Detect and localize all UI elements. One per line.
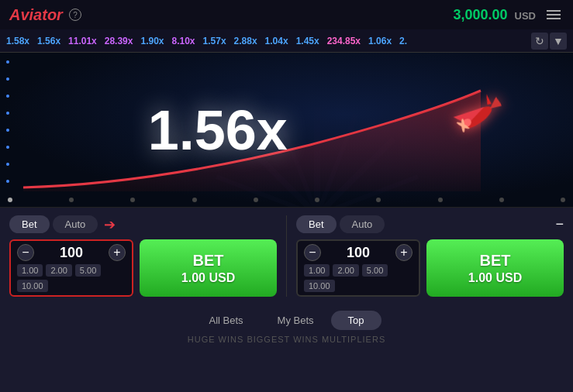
ticker-item: 234.85x — [327, 36, 361, 46]
auto-tab-left[interactable]: Auto — [53, 215, 98, 233]
arrow-indicator: ➔ — [104, 216, 116, 233]
bet-input-row-left: − 100 + 1.00 2.00 5.00 10.00 BET 1.00 US… — [9, 239, 277, 297]
multiplier-display: 1.56x — [148, 98, 288, 162]
ticker-item: 1.58x — [6, 36, 29, 46]
bottom-tabs: All Bets My Bets Top — [0, 304, 573, 333]
bet-divider — [286, 215, 287, 297]
bet-tab-right[interactable]: Bet — [296, 215, 337, 233]
quick-3-left[interactable]: 5.00 — [75, 264, 101, 277]
header-left: Aviator ? — [9, 6, 81, 24]
quick-1-left[interactable]: 1.00 — [17, 264, 43, 277]
bet-tabs-left: Bet Auto ➔ — [9, 215, 277, 233]
ticker-item: 2.88x — [234, 36, 257, 46]
quick-3-right[interactable]: 5.00 — [362, 264, 388, 277]
ticker-controls: ↻ ▼ — [531, 33, 567, 50]
quick-2-left[interactable]: 2.00 — [46, 264, 71, 277]
slide-dot — [192, 198, 197, 202]
header-right: 3,000.00 USD — [453, 7, 564, 23]
bet-label-right: BET — [480, 250, 511, 270]
slide-dot — [376, 198, 381, 202]
amount-controls-right: − 100 + — [304, 244, 412, 261]
ticker-item: 11.01x — [68, 36, 97, 46]
auto-tab-right[interactable]: Auto — [340, 215, 385, 233]
increase-button-right[interactable]: + — [395, 244, 412, 261]
bet-input-row-right: − 100 + 1.00 2.00 5.00 10.00 BET 1.00 US… — [296, 239, 564, 297]
menu-button[interactable] — [544, 7, 564, 22]
slide-dot — [69, 198, 74, 202]
bet-tab-left[interactable]: Bet — [9, 215, 50, 233]
bet-label-left: BET — [193, 250, 224, 270]
grid-dot — [6, 60, 9, 64]
currency-label: USD — [515, 10, 536, 22]
slide-dot — [130, 198, 135, 202]
svg-marker-11 — [482, 94, 493, 105]
quick-1-right[interactable]: 1.00 — [304, 264, 330, 277]
amount-value-left: 100 — [60, 245, 83, 261]
bet-button-right[interactable]: BET 1.00 USD — [426, 239, 564, 297]
amount-value-right: 100 — [347, 245, 370, 261]
ticker-item: 1.06x — [368, 36, 392, 46]
balance-display: 3,000.00 USD — [453, 7, 536, 23]
top-tab[interactable]: Top — [331, 311, 381, 330]
quick-2-right[interactable]: 2.00 — [333, 264, 358, 277]
decrease-button-right[interactable]: − — [304, 244, 321, 261]
slide-dot — [254, 198, 258, 202]
bet-panel-left: Bet Auto ➔ − 100 + 1.00 2.00 5.00 10.00 … — [9, 215, 277, 297]
history-toggle-button[interactable]: ▼ — [550, 33, 567, 50]
slide-dot — [8, 198, 12, 202]
bet-amount-box-right: − 100 + 1.00 2.00 5.00 10.00 — [296, 239, 420, 297]
bottom-marquee: HUGE WINS BIGGEST WINS MULTIPLIERS — [0, 333, 573, 346]
bet-amount-label-right: 1.00 USD — [468, 270, 522, 287]
history-back-button[interactable]: ↻ — [531, 33, 548, 50]
ticker-item: 2. — [399, 36, 407, 46]
ticker-item: 1.90x — [140, 36, 164, 46]
quick-4-left[interactable]: 10.00 — [17, 280, 48, 292]
my-bets-tab[interactable]: My Bets — [261, 311, 331, 330]
slide-dot — [499, 198, 504, 202]
ticker-item: 1.57x — [203, 36, 226, 46]
balance-value: 3,000.00 — [453, 7, 507, 22]
bet-amount-box-left: − 100 + 1.00 2.00 5.00 10.00 — [9, 239, 133, 297]
slide-indicators — [8, 198, 565, 202]
slide-dot — [438, 198, 443, 202]
logo: Aviator — [9, 6, 63, 24]
amount-controls-left: − 100 + — [17, 244, 126, 261]
ticker-item: 1.45x — [296, 36, 319, 46]
decrease-button-left[interactable]: − — [17, 244, 34, 261]
bet-tabs-right: Bet Auto − — [296, 215, 564, 233]
header: Aviator ? 3,000.00 USD — [0, 0, 573, 29]
bet-button-left[interactable]: BET 1.00 USD — [140, 239, 277, 297]
bet-panel-right: Bet Auto − − 100 + 1.00 2.00 5.00 10.00 … — [296, 215, 564, 297]
minimize-button-right[interactable]: − — [555, 216, 564, 232]
quick-4-right[interactable]: 10.00 — [304, 280, 335, 292]
ticker-item: 1.56x — [37, 36, 60, 46]
quick-amounts-left: 1.00 2.00 5.00 10.00 — [17, 264, 126, 292]
all-bets-tab[interactable]: All Bets — [192, 311, 260, 330]
ticker-item: 8.10x — [172, 36, 195, 46]
help-icon[interactable]: ? — [69, 9, 81, 21]
slide-dot — [315, 198, 319, 202]
ticker-item: 1.04x — [265, 36, 288, 46]
ticker-item: 28.39x — [105, 36, 133, 46]
increase-button-left[interactable]: + — [109, 244, 126, 261]
bet-area: Bet Auto ➔ − 100 + 1.00 2.00 5.00 10.00 … — [0, 208, 573, 304]
bet-amount-label-left: 1.00 USD — [181, 270, 235, 287]
slide-dot — [561, 198, 565, 202]
game-canvas: 1.56x — [0, 53, 573, 208]
quick-amounts-right: 1.00 2.00 5.00 10.00 — [304, 264, 412, 292]
multiplier-ticker: 1.58x 1.56x 11.01x 28.39x 1.90x 8.10x 1.… — [0, 29, 573, 53]
